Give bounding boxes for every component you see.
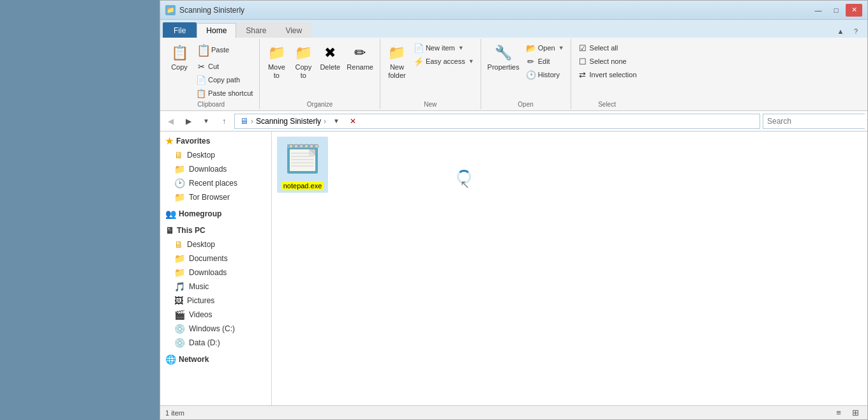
paste-shortcut-button[interactable]: 📋 Paste shortcut [193, 87, 255, 100]
network-icon: 🌐 [165, 354, 176, 364]
file-label-notepad: notepad.exe [282, 181, 324, 190]
documents-folder-icon: 📁 [174, 253, 185, 264]
select-none-button[interactable]: ☐ Select none [575, 55, 640, 68]
copy-path-button[interactable]: 📄 Copy path [193, 73, 255, 86]
rename-button[interactable]: ✏ Rename [344, 41, 376, 73]
title-bar-controls: — □ ✕ [810, 4, 862, 17]
content-area[interactable]: notepad.exe ↖ [272, 131, 867, 405]
address-path: Scanning Sinisterly [256, 117, 321, 126]
tab-bar-right: ▲ ? [834, 25, 865, 38]
sidebar-item-downloads[interactable]: 📁 Downloads [160, 162, 271, 176]
move-to-button[interactable]: 📁 Moveto [264, 41, 289, 81]
tab-home[interactable]: Home [197, 23, 236, 38]
sidebar-item-tor-browser[interactable]: 📁 Tor Browser [160, 190, 271, 204]
sidebar-item-desktop[interactable]: 🖥 Desktop [160, 148, 271, 162]
sidebar-item-data-d[interactable]: 💿 Data (D:) [160, 336, 271, 350]
sidebar-item-videos[interactable]: 🎬 Videos [160, 308, 271, 322]
back-button[interactable]: ◀ [163, 114, 178, 129]
clipboard-small-col: 📋 Paste ✂ Cut 📄 Copy path 📋 [193, 41, 255, 100]
address-actions: ▼ ✕ [329, 114, 361, 129]
new-item-button[interactable]: 📄 New item ▼ [411, 41, 477, 54]
invert-selection-button[interactable]: ⇄ Invert selection [575, 68, 640, 81]
open-button[interactable]: 📂 Open ▼ [523, 41, 567, 54]
sidebar-item-windows-c[interactable]: 💿 Windows (C:) [160, 322, 271, 336]
sidebar-item-pictures[interactable]: 🖼 Pictures [160, 294, 271, 308]
cut-button[interactable]: ✂ Cut [193, 60, 255, 73]
new-content: 📁 Newfolder 📄 New item ▼ ⚡ Easy access ▼ [384, 41, 477, 100]
ribbon-tab-bar: File Home Share View ▲ ? [160, 20, 867, 38]
ribbon-content: 📋 Copy 📋 Paste ✂ Cut [160, 38, 867, 110]
copy-to-icon: 📁 [293, 43, 313, 63]
open-small-col: 📂 Open ▼ ✏ Edit 🕑 History [523, 41, 567, 81]
history-button[interactable]: 🕑 History [523, 68, 567, 81]
sidebar-favorites-header[interactable]: ★ Favorites [160, 134, 271, 148]
details-view-button[interactable]: ≡ [832, 407, 846, 419]
address-clear-button[interactable]: ✕ [345, 114, 361, 129]
ribbon-collapse-button[interactable]: ▲ [834, 25, 847, 38]
sidebar-section-this-pc: 🖥 This PC 🖥 Desktop 📁 Documents 📁 Downlo… [160, 223, 271, 350]
svg-point-6 [310, 144, 313, 148]
copy-large-button[interactable]: 📋 Copy [167, 41, 192, 73]
tor-browser-icon: 📁 [174, 192, 185, 202]
pictures-folder-icon: 🖼 [174, 296, 183, 306]
paste-button[interactable]: 📋 Paste [193, 41, 255, 59]
address-dropdown-button[interactable]: ▼ [329, 114, 344, 129]
main-area: ★ Favorites 🖥 Desktop 📁 Downloads 🕑 Rece… [160, 131, 867, 405]
recent-button[interactable]: ▼ [198, 114, 214, 129]
open-chevron: ▼ [558, 45, 564, 51]
edit-button[interactable]: ✏ Edit [523, 55, 567, 68]
cursor-icon: ↖ [460, 177, 470, 191]
search-box[interactable]: 🔍 [763, 114, 865, 129]
ribbon-group-clipboard: 📋 Copy 📋 Paste ✂ Cut [163, 39, 260, 109]
ribbon-group-new: 📁 Newfolder 📄 New item ▼ ⚡ Easy access ▼ [380, 39, 481, 109]
file-item-notepad[interactable]: notepad.exe [277, 137, 328, 193]
sidebar-section-favorites: ★ Favorites 🖥 Desktop 📁 Downloads 🕑 Rece… [160, 134, 271, 204]
address-arrow: › [251, 117, 253, 126]
sidebar-this-pc-header[interactable]: 🖥 This PC [160, 223, 271, 237]
easy-access-button[interactable]: ⚡ Easy access ▼ [411, 55, 477, 68]
forward-button[interactable]: ▶ [181, 114, 196, 129]
minimize-button[interactable]: — [810, 4, 827, 17]
large-icons-view-button[interactable]: ⊞ [848, 407, 862, 419]
open-icon: 📂 [526, 43, 536, 53]
sidebar-network-header[interactable]: 🌐 Network [160, 352, 271, 366]
delete-icon: ✖ [320, 43, 340, 63]
ribbon: File Home Share View ▲ ? [160, 20, 867, 111]
sidebar-item-documents[interactable]: 📁 Documents [160, 251, 271, 266]
tab-view[interactable]: View [276, 22, 311, 38]
new-item-chevron: ▼ [458, 45, 464, 51]
up-button[interactable]: ↑ [216, 114, 232, 129]
maximize-button[interactable]: □ [828, 4, 844, 17]
search-input[interactable] [763, 114, 867, 128]
help-button[interactable]: ? [849, 25, 862, 38]
paste-icon: 📋 [196, 43, 211, 58]
sidebar-section-homegroup: 👥 Homegroup [160, 207, 271, 221]
sidebar-item-downloads2[interactable]: 📁 Downloads [160, 266, 271, 280]
videos-folder-icon: 🎬 [174, 310, 185, 320]
paste-shortcut-icon: 📋 [196, 88, 206, 98]
sidebar-item-desktop2[interactable]: 🖥 Desktop [160, 237, 271, 251]
select-all-button[interactable]: ☑ Select all [575, 41, 640, 54]
svg-point-2 [289, 144, 293, 148]
cut-icon: ✂ [196, 61, 206, 71]
close-button[interactable]: ✕ [846, 4, 862, 17]
properties-button[interactable]: 🔧 Properties [485, 41, 522, 73]
clipboard-content: 📋 Copy 📋 Paste ✂ Cut [167, 41, 255, 100]
tab-share[interactable]: Share [236, 22, 276, 38]
tab-file[interactable]: File [163, 22, 197, 38]
history-icon: 🕑 [526, 70, 536, 80]
downloads2-folder-icon: 📁 [174, 267, 185, 278]
new-folder-icon: 📁 [387, 43, 407, 63]
delete-button[interactable]: ✖ Delete [317, 41, 343, 73]
address-input[interactable]: 🖥 › Scanning Sinisterly › ▼ ✕ [234, 114, 760, 129]
select-all-icon: ☑ [578, 43, 588, 53]
new-folder-button[interactable]: 📁 Newfolder [384, 41, 410, 81]
svg-point-7 [315, 144, 318, 148]
status-bar-right: ≡ ⊞ [832, 407, 862, 419]
copy-to-button[interactable]: 📁 Copyto [290, 41, 316, 81]
sidebar-homegroup-header[interactable]: 👥 Homegroup [160, 207, 271, 221]
ribbon-group-organize: 📁 Moveto 📁 Copyto ✖ Delete ✏ Rename [260, 39, 380, 109]
sidebar-item-recent-places[interactable]: 🕑 Recent places [160, 176, 271, 190]
sidebar-item-music[interactable]: 🎵 Music [160, 280, 271, 294]
ribbon-group-open: 🔧 Properties 📂 Open ▼ ✏ Edit [481, 39, 571, 109]
